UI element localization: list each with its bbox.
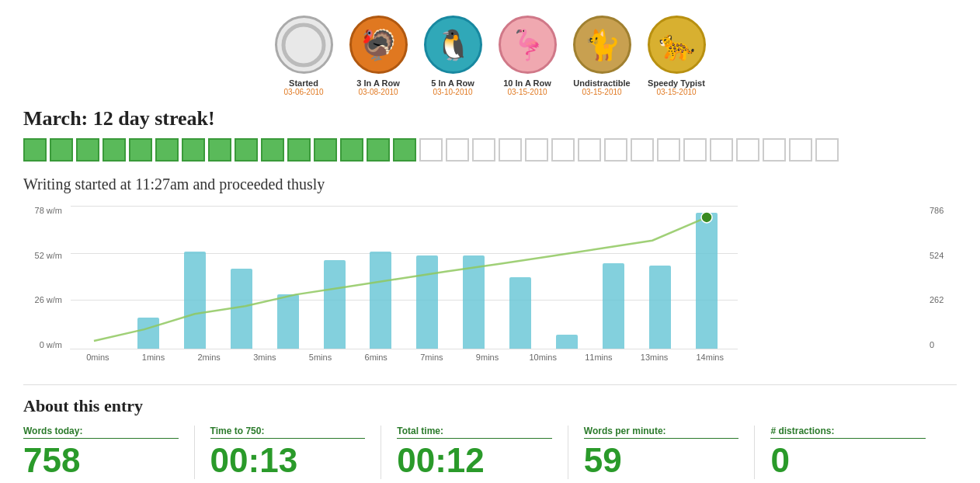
badge-date-undistractible: 03-15-2010 <box>582 88 621 96</box>
chart-inner <box>70 206 738 349</box>
badge-label-speedy-typist: Speedy Typist <box>648 78 705 88</box>
chart-bar <box>184 252 206 349</box>
calendar-square <box>287 138 311 162</box>
badge-label-3-in-a-row: 3 In A Row <box>356 78 399 88</box>
badge-date-5-in-a-row: 03-10-2010 <box>433 88 472 96</box>
writing-started-text: Writing started at 11:27am and proceeded… <box>23 175 957 193</box>
calendar-square <box>393 138 416 162</box>
stat-distractions: # distractions:0 <box>770 426 941 479</box>
x-axis-label: 11mins <box>571 353 627 362</box>
svg-point-0 <box>283 25 324 65</box>
y-axis-left-label: 0 w/m <box>40 340 62 349</box>
bars-area <box>71 206 738 349</box>
badge-10-in-a-row: 🦩10 In A Row03-15-2010 <box>496 16 558 96</box>
chart-bar <box>649 266 671 349</box>
stat-wpm: Words per minute:59 <box>584 426 756 479</box>
stat-value-time-to-750: 00:13 <box>210 442 366 479</box>
y-axis-right-label: 262 <box>930 295 944 304</box>
calendar-square <box>631 138 654 162</box>
calendar-square <box>604 138 627 162</box>
calendar-square <box>76 138 99 162</box>
badge-undistractible: 🐈Undistractible03-15-2010 <box>571 16 633 96</box>
about-section: About this entry Words today:758Time to … <box>23 384 957 479</box>
badge-date-speedy-typist: 03-15-2010 <box>656 88 696 96</box>
stat-value-distractions: 0 <box>770 442 926 479</box>
stat-total-time: Total time:00:12 <box>397 426 568 479</box>
badge-circle-3-in-a-row: 🦃 <box>349 16 408 74</box>
y-axis-right: 7865242620 <box>926 206 957 349</box>
x-axis-label: 9mins <box>460 353 516 362</box>
calendar-square <box>129 138 152 162</box>
stat-value-total-time: 00:12 <box>397 442 552 479</box>
chart-bar <box>324 260 346 349</box>
chart-bar <box>509 277 531 349</box>
calendar-square <box>50 138 73 162</box>
badge-circle-started <box>275 16 333 74</box>
x-axis-label: 2mins <box>181 353 237 362</box>
y-axis-right-label: 0 <box>930 340 934 349</box>
chart-bar <box>370 252 391 349</box>
calendar-square <box>657 138 680 162</box>
calendar-square <box>182 138 205 162</box>
x-axis-label: 1mins <box>126 353 182 362</box>
badge-date-10-in-a-row: 03-15-2010 <box>507 88 547 96</box>
y-axis-left: 78 w/m52 w/m26 w/m0 w/m <box>23 206 66 349</box>
chart-bar <box>277 294 299 349</box>
badge-3-in-a-row: 🦃3 In A Row03-08-2010 <box>347 16 409 96</box>
x-axis-labels: 0mins1mins2mins3mins5mins6mins7mins9mins… <box>70 353 738 362</box>
stat-label-wpm: Words per minute: <box>584 426 739 439</box>
badges-row: Started03-06-2010🦃3 In A Row03-08-2010🐧5… <box>23 8 957 96</box>
chart-bar <box>463 255 485 349</box>
calendar-square <box>208 138 231 162</box>
calendar-square <box>789 138 812 162</box>
stat-label-distractions: # distractions: <box>770 426 926 439</box>
badge-label-10-in-a-row: 10 In A Row <box>503 78 551 88</box>
y-axis-left-label: 78 w/m <box>35 206 62 215</box>
x-axis-label: 3mins <box>237 353 293 362</box>
y-axis-right-label: 786 <box>930 206 944 215</box>
x-axis-label: 13mins <box>627 353 683 362</box>
badge-date-started: 03-06-2010 <box>283 88 323 96</box>
badge-label-5-in-a-row: 5 In A Row <box>431 78 474 88</box>
chart-bar <box>416 255 438 349</box>
calendar-square <box>472 138 495 162</box>
x-axis-label: 0mins <box>70 353 126 362</box>
badge-started: Started03-06-2010 <box>273 16 335 96</box>
y-axis-left-label: 26 w/m <box>35 295 62 304</box>
calendar-square <box>551 138 575 162</box>
x-axis-label: 6mins <box>348 353 404 362</box>
badge-label-undistractible: Undistractible <box>573 78 630 88</box>
calendar-square <box>683 138 707 162</box>
badge-circle-5-in-a-row: 🐧 <box>424 16 482 74</box>
badge-date-3-in-a-row: 03-08-2010 <box>358 88 398 96</box>
x-axis-label: 10mins <box>515 353 571 362</box>
about-title: About this entry <box>23 396 957 416</box>
stat-words-today: Words today:758 <box>23 426 195 479</box>
streak-title: March: 12 day streak! <box>23 107 957 130</box>
calendar-square <box>815 138 839 162</box>
calendar-square <box>340 138 363 162</box>
calendar-square <box>710 138 733 162</box>
calendar-square <box>23 138 47 162</box>
calendar-square <box>314 138 337 162</box>
calendar-square <box>499 138 522 162</box>
stat-value-words-today: 758 <box>23 442 179 479</box>
calendar-square <box>419 138 443 162</box>
badge-circle-10-in-a-row: 🦩 <box>499 16 557 74</box>
calendar-square <box>103 138 126 162</box>
calendar-square <box>155 138 179 162</box>
grid-line-bottom <box>71 349 738 349</box>
chart-bar <box>696 213 718 349</box>
stat-label-words-today: Words today: <box>23 426 179 439</box>
chart-bar <box>137 318 159 349</box>
x-axis-label: 7mins <box>404 353 460 362</box>
chart-bar <box>231 269 252 349</box>
stat-label-total-time: Total time: <box>397 426 552 439</box>
calendar-square <box>367 138 390 162</box>
stat-label-time-to-750: Time to 750: <box>210 426 366 439</box>
stats-row: Words today:758Time to 750:00:13Total ti… <box>23 426 957 479</box>
badge-speedy-typist: 🐆Speedy Typist03-15-2010 <box>645 16 707 96</box>
calendar-square <box>736 138 759 162</box>
calendar-square <box>525 138 548 162</box>
stat-value-wpm: 59 <box>584 442 739 479</box>
